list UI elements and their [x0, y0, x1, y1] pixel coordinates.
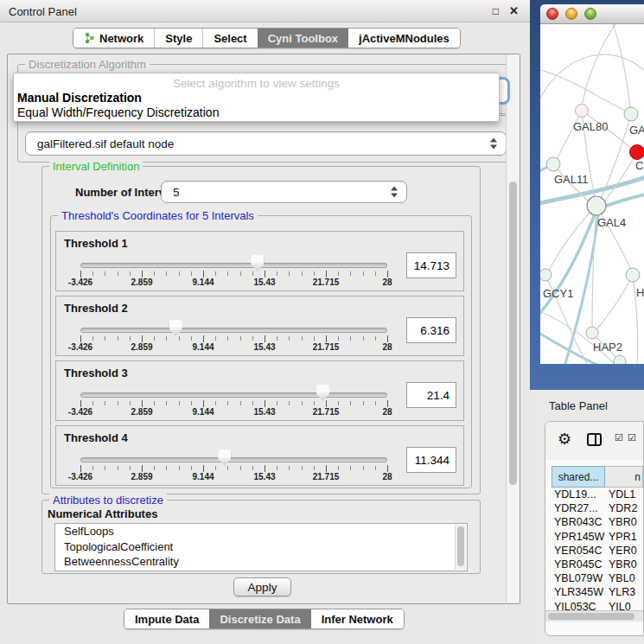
table-cell[interactable]: YDL1 — [609, 488, 643, 501]
table-cell[interactable]: YIL0 — [609, 601, 643, 610]
table-cell[interactable]: YER0 — [609, 545, 643, 557]
table-cell[interactable]: YBR0 — [609, 516, 643, 528]
threshold-panel: Threshold 3 -3.4262.8599.14415.4321.7152… — [55, 360, 464, 421]
axis-tick-label: 2.859 — [131, 277, 152, 287]
table-row[interactable]: YBL079WYBL0 — [552, 571, 643, 585]
axis-tick-label: 28 — [382, 472, 392, 481]
list-item[interactable]: TopologicalCoefficient — [55, 539, 467, 555]
list-item[interactable]: SelfLoops — [55, 524, 467, 539]
slider-handle[interactable] — [218, 450, 231, 466]
table-row[interactable]: YIL053CYIL0 — [552, 600, 643, 611]
algorithm-option-manual[interactable]: Manual Discretization — [17, 91, 495, 105]
column-header-name[interactable]: n — [605, 466, 643, 488]
list-item[interactable]: BetweennessCentrality — [55, 554, 467, 570]
threshold-coordinates-group: Threshold's Coordinates for 5 Intervals … — [50, 215, 472, 488]
column-header-shared-name[interactable]: shared... — [552, 466, 605, 488]
tab-cyni-toolbox[interactable]: Cyni Toolbox — [258, 29, 348, 48]
threshold-slider[interactable] — [80, 263, 387, 268]
node-selected-red[interactable] — [630, 145, 644, 160]
threshold-value-field[interactable]: 6.316 — [406, 317, 456, 343]
network-view-canvas[interactable]: GAL80 GA C GAL11 GAL4 GCY1 H HAP2 — [540, 24, 644, 364]
window-title: Control Panel — [9, 5, 77, 18]
node-h[interactable] — [626, 268, 640, 282]
numerical-attributes-list[interactable]: SelfLoopsTopologicalCoefficientBetweenne… — [54, 523, 468, 571]
axis-tick-label: 21.715 — [313, 472, 340, 481]
table-cell[interactable]: YBL079W — [552, 572, 609, 584]
close-icon[interactable]: ✕ — [509, 4, 519, 17]
slider-handle[interactable] — [169, 320, 182, 336]
node-gal11[interactable] — [546, 157, 560, 171]
close-window-icon[interactable] — [546, 8, 558, 20]
float-window-icon[interactable]: □ — [493, 5, 499, 17]
table-row[interactable]: YDL19...YDL1 — [552, 488, 643, 501]
table-row[interactable]: YLR345WYLR3 — [552, 585, 643, 599]
table-data-combo[interactable]: galFiltered.sif default node — [25, 131, 507, 156]
threshold-value-field[interactable]: 14.713 — [406, 252, 456, 278]
table-horizontal-scrollbar[interactable] — [545, 610, 643, 622]
tab-infer-network[interactable]: Infer Network — [311, 609, 404, 628]
algorithm-option-equal-width[interactable]: Equal Width/Frequency Discretization — [17, 105, 495, 119]
table-cell[interactable]: YPR145W — [552, 531, 609, 543]
threshold-panel: Threshold 2 -3.4262.8599.14415.4321.7152… — [55, 296, 464, 356]
table-cell[interactable]: YLR345W — [552, 586, 609, 598]
axis-tick-label: 2.859 — [131, 472, 152, 481]
table-row[interactable]: YPR145WYPR1 — [552, 530, 643, 544]
threshold-coordinates-label: Threshold's Coordinates for 5 Intervals — [58, 209, 258, 222]
apply-button[interactable]: Apply — [233, 577, 291, 596]
checkbox-icon[interactable]: ☑ — [628, 432, 636, 443]
table-row[interactable]: YER054CYER0 — [552, 544, 643, 558]
slider-handle[interactable] — [316, 385, 329, 401]
checkbox-icon[interactable]: ☑ — [615, 432, 623, 443]
node-partial[interactable] — [614, 355, 626, 364]
number-of-intervals-combo[interactable]: 5 — [161, 181, 407, 203]
table-row[interactable]: YBR045CYBR0 — [552, 558, 643, 571]
table-cell[interactable]: YBR043C — [552, 516, 609, 528]
threshold-slider[interactable] — [80, 328, 387, 333]
node-hap2[interactable] — [586, 327, 598, 339]
table-cell[interactable]: YBL0 — [609, 572, 643, 584]
node-gal4[interactable] — [587, 196, 606, 215]
table-row[interactable]: YBR043CYBR0 — [552, 515, 643, 529]
zoom-window-icon[interactable] — [584, 8, 596, 20]
tab-jactivemnodules[interactable]: jActiveMNodules — [348, 29, 460, 48]
table-panel-title: Table Panel — [549, 399, 608, 412]
tab-impute-data[interactable]: Impute Data — [124, 609, 209, 628]
node-label: GAL80 — [573, 120, 608, 133]
gear-icon[interactable]: ⚙ — [558, 430, 571, 449]
tab-select[interactable]: Select — [202, 29, 257, 48]
table-cell[interactable]: YBR0 — [609, 558, 643, 571]
threshold-value-field[interactable]: 11.344 — [406, 447, 456, 473]
table-cell[interactable]: YBR045C — [552, 558, 609, 571]
tab-network[interactable]: Network — [73, 29, 154, 48]
scrollbar-thumb[interactable] — [548, 613, 634, 620]
table-cell[interactable]: YIL053C — [552, 601, 609, 610]
minimize-window-icon[interactable] — [565, 8, 577, 20]
table-row[interactable]: YDR27...YDR2 — [552, 501, 643, 515]
table-cell[interactable]: YPR1 — [609, 531, 643, 543]
threshold-slider[interactable] — [80, 392, 387, 398]
table-cell[interactable]: YLR3 — [609, 586, 643, 598]
node-gal80[interactable] — [576, 105, 589, 118]
slider-handle[interactable] — [251, 255, 264, 271]
tab-style[interactable]: Style — [154, 29, 202, 48]
table-cell[interactable]: YER054C — [552, 545, 609, 557]
slider-major-ticks — [80, 335, 387, 342]
threshold-label: Threshold 3 — [64, 367, 128, 379]
threshold-slider[interactable] — [80, 457, 387, 462]
table-cell[interactable]: YDL19... — [552, 488, 609, 501]
scrollbar-thumb[interactable] — [509, 182, 517, 485]
split-columns-icon[interactable] — [587, 433, 602, 446]
table-data-group: Table Data galFiltered.sif default node — [17, 115, 513, 163]
node-ga[interactable] — [624, 107, 638, 121]
table-cell[interactable]: YDR2 — [609, 502, 643, 514]
table-cell[interactable]: YDR27... — [552, 502, 609, 514]
node-gcy1[interactable] — [540, 269, 552, 281]
scrollbar-thumb[interactable] — [457, 526, 464, 566]
network-window-titlebar — [540, 4, 644, 24]
threshold-value-field[interactable]: 21.4 — [406, 382, 456, 408]
main-panel-scrollbar[interactable] — [506, 54, 520, 603]
attributes-list-scrollbar[interactable] — [455, 525, 466, 570]
chevron-updown-icon — [391, 187, 398, 198]
node-label: GA — [629, 124, 644, 137]
tab-discretize-data[interactable]: Discretize Data — [209, 609, 310, 628]
